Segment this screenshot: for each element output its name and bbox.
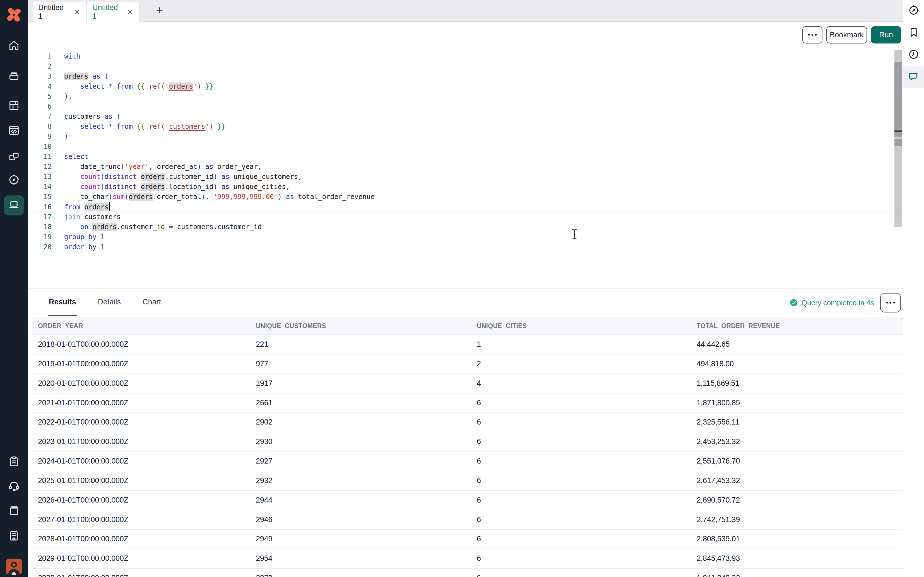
sidebar-item-code[interactable] [0,122,28,139]
sidebar-item-support[interactable] [0,478,28,495]
code-line-13[interactable]: 13 count(distinct orders.customer_id) as… [28,172,903,182]
code-line-3[interactable]: 3orders as ( [28,71,903,81]
code-line-14[interactable]: 14 count(distinct orders.location_id) as… [28,182,903,192]
code-line-19[interactable]: 19group by 1 [28,232,903,242]
code-token: total_order_revenue [298,193,375,201]
sidebar-item-docs[interactable] [0,503,28,519]
sidebar-item-ai-assistant[interactable] [903,66,924,88]
ai-assistant-icon [908,70,920,84]
main-area: Untitled 1 Untitled 1 ••• Bookmark Run 1… [28,0,903,577]
code-line-9[interactable]: 9) [28,132,903,142]
code-token: count [80,173,100,181]
code-token: as [205,163,213,171]
sidebar-item-bookmarks[interactable] [903,22,924,44]
sidebar-item-collections[interactable] [0,98,28,114]
code-text: customers as ( [64,111,121,121]
column-header-total_order_revenue[interactable]: TOTAL_ORDER_REVENUE [696,317,780,335]
code-line-11[interactable]: 11select [28,152,903,162]
tab-details[interactable]: Details [97,289,122,316]
code-line-18[interactable]: 18 on orders.customer_id = customers.cus… [28,222,903,232]
code-line-16[interactable]: 16from orders [28,202,903,212]
code-line-15[interactable]: 15 to_char(sum(orders.order_total), '999… [28,192,903,202]
code-line-4[interactable]: 4 select * from {{ ref('orders') }} [28,81,903,92]
code-token [105,122,108,131]
close-icon[interactable] [73,8,81,16]
sql-editor[interactable]: 1with23orders as (4 select * from {{ ref… [28,50,903,290]
column-header-order_year[interactable]: ORDER_YEAR [38,317,83,335]
code-token: sum [112,193,124,201]
bookmark-icon [908,26,920,40]
tab-untitled-2[interactable]: Untitled 1 [87,2,139,22]
code-token [105,82,108,90]
code-token: distinct [105,173,137,181]
close-icon[interactable] [126,8,134,16]
sidebar-divider [0,31,28,31]
scrollbar-thumb[interactable] [895,132,902,137]
left-sidebar [0,0,28,577]
scrollbar-track[interactable] [895,50,902,227]
sidebar-item-history[interactable] [903,44,924,66]
code-token [80,203,84,211]
code-line-20[interactable]: 20order by 1 [28,242,903,252]
code-token: unique_customers, [234,173,302,181]
sidebar-item-workspace-active[interactable] [4,195,24,216]
scrollbar-thumb[interactable] [895,62,902,131]
table-row: 2022-01-01T00:00:00.000Z290262,325,556.1… [32,413,903,432]
table-cell: 2029-01-01T00:00:00.000Z [38,549,128,568]
sidebar-item-explore[interactable] [0,172,28,189]
code-line-5[interactable]: 5), [28,92,903,102]
table-cell: 6 [477,452,481,471]
code-line-7[interactable]: 7customers as ( [28,111,903,121]
code-token: .customer_id [165,173,213,181]
code-token [137,173,141,181]
results-more-button[interactable]: ••• [880,293,901,313]
table-cell: 2026-01-01T00:00:00.000Z [38,491,128,509]
sidebar-item-home[interactable] [0,38,28,54]
column-header-unique_customers[interactable]: UNIQUE_CUSTOMERS [256,317,326,335]
code-line-12[interactable]: 12 date_trunc('year', ordered_at) as ord… [28,162,903,172]
code-token [89,223,92,231]
run-button[interactable]: Run [871,26,901,44]
code-line-1[interactable]: 1with [28,51,903,61]
sidebar-item-explore-right[interactable] [903,0,924,22]
line-number: 7 [28,111,52,121]
user-avatar[interactable] [6,559,22,575]
new-tab-button[interactable] [154,5,165,16]
table-cell: 1,871,800.85 [696,393,740,412]
table-cell: 44,442.65 [696,335,730,354]
table-cell: 2879 [256,569,272,577]
tab-chart[interactable]: Chart [142,289,162,316]
code-token: from [116,82,133,90]
code-token: ' [193,82,197,90]
table-row: 2021-01-01T00:00:00.000Z266161,871,800.8… [32,393,903,413]
code-line-10[interactable]: 10 [28,142,903,152]
code-token: orders [141,173,165,181]
code-line-6[interactable]: 6 [28,102,903,111]
code-line-8[interactable]: 8 select * from {{ ref('customers') }} [28,121,903,132]
tab-untitled-1[interactable]: Untitled 1 [32,2,86,22]
code-token [217,183,221,191]
tab-results-label: Results [49,298,76,306]
code-token: customers [64,113,100,121]
tab-results[interactable]: Results [48,289,77,316]
code-token: orders [84,203,108,211]
code-token: .order_total [153,193,201,201]
sidebar-item-projects[interactable] [0,68,28,84]
column-header-unique_cities[interactable]: UNIQUE_CITIES [477,317,527,335]
more-options-button[interactable]: ••• [802,26,822,44]
sidebar-item-apps[interactable] [0,149,28,166]
book-icon [8,504,20,518]
line-number: 4 [28,81,52,92]
code-token: ( [108,193,112,201]
code-line-2[interactable]: 2 [28,61,903,71]
bookmark-button[interactable]: Bookmark [826,26,867,44]
query-status-text: Query completed in 4s [801,298,874,307]
table-cell: 6 [477,471,481,490]
table-cell: 2030-01-01T00:00:00.000Z [38,569,128,577]
hex-logo[interactable] [5,6,23,24]
sidebar-item-org[interactable] [0,528,28,545]
table-cell: 2,808,539.01 [696,530,740,548]
code-token: * [108,82,112,90]
sidebar-item-clipboard[interactable] [0,454,28,471]
code-line-17[interactable]: 17join customers [28,212,903,222]
